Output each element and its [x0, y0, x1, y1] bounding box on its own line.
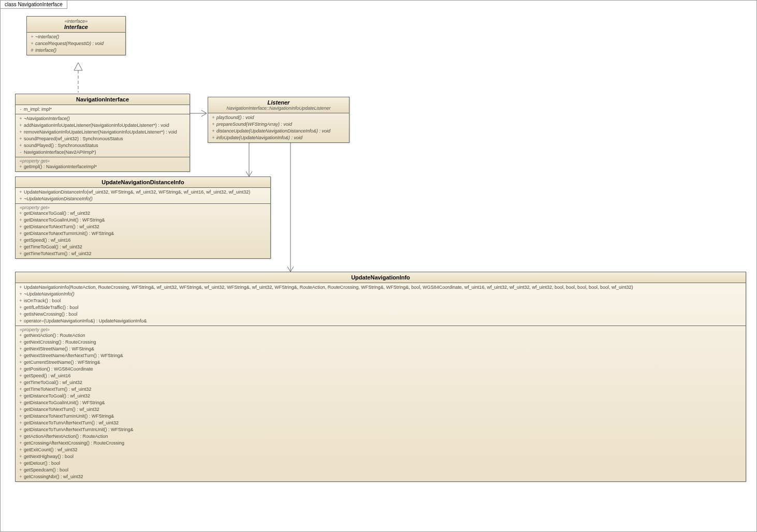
class-header: NavigationInterface [16, 94, 190, 105]
member-row: +~Interface() [29, 34, 123, 40]
member-row: +getTimeToGoal() : wf_uint32 [18, 379, 744, 386]
member-row: +cancelRequest(RequestID) : void [29, 40, 123, 47]
member-row: +~NavigationInterface() [18, 115, 187, 122]
member-row: +getDistanceToGoal() : wf_uint32 [18, 393, 744, 400]
member-row: +getDistanceToNextTurnInUnit() : WFStrin… [18, 413, 744, 420]
diagram-canvas: class NavigationInterface «interface» In… [0, 0, 757, 532]
member-row: +getCrossingNbr() : wf_uint32 [18, 474, 744, 480]
member-row: +getDistanceToNextTurnInUnit() : WFStrin… [18, 230, 268, 237]
member-row: +distanceUpdate(UpdateNavigationDistance… [210, 128, 347, 135]
member-row: -m_impl: impl* [18, 106, 187, 113]
class-updatenavigationinfo[interactable]: UpdateNavigationInfo +UpdateNavigationIn… [15, 272, 746, 482]
member-row: +getTimeToNextTurn() : wf_uint32 [18, 250, 268, 257]
member-row: +getDistanceToTurnAfterNextTurnInUnit() … [18, 426, 744, 433]
member-row: #Interface() [29, 47, 123, 54]
member-row: +removeNavigationInfoUpateListener(Navig… [18, 129, 187, 136]
member-row: +getCrossingAfterNextCrossing() : RouteC… [18, 440, 744, 447]
class-updatenavigationdistanceinfo[interactable]: UpdateNavigationDistanceInfo +UpdateNavi… [15, 176, 271, 259]
class-header: UpdateNavigationDistanceInfo [16, 177, 270, 188]
member-row: +~UpdateNavigationDistanceInfo() [18, 196, 268, 202]
member-row: +getSpeedcam() : bool [18, 467, 744, 474]
member-row: +getDistanceToNextTurn() : wf_uint32 [18, 224, 268, 230]
member-row: +infoUpdate(UpdateNavigationInfo&) : voi… [210, 135, 347, 141]
class-header: Listener NavigationInterface::Navigation… [208, 97, 349, 113]
member-row: +getDetour() : bool [18, 460, 744, 467]
member-row: +getPosition() : WGS84Coordinate [18, 366, 744, 373]
class-listener[interactable]: Listener NavigationInterface::Navigation… [208, 97, 350, 143]
member-row: +getDistanceToGoalInUnit() : WFString& [18, 400, 744, 406]
member-row: +getDistanceToTurnAfterNextTurn() : wf_u… [18, 420, 744, 426]
member-row: +getSpeed() : wf_uint16 [18, 237, 268, 244]
member-row: +getImpl() : NavigationInterfaceImpl* [18, 164, 187, 170]
member-row: +soundPlayed() : SynchronousStatus [18, 142, 187, 149]
member-row: +addNavigationInfoUpateListener(Navigati… [18, 122, 187, 129]
member-row: +getIfLeftSideTraffic() : bool [18, 304, 744, 311]
member-row: +getNextStreetNameAfterNextTurn() : WFSt… [18, 352, 744, 359]
member-row: +getNextCrossing() : RouteCrossing [18, 339, 744, 346]
member-row: +getNextAction() : RouteAction [18, 332, 744, 339]
member-row: +UpdateNavigationDistanceInfo(wf_uint32,… [18, 189, 268, 196]
member-row: +getDistanceToNextTurn() : wf_uint32 [18, 406, 744, 413]
member-row: +UpdateNavigationInfo(RouteAction, Route… [18, 284, 744, 291]
class-header: UpdateNavigationInfo [16, 272, 746, 283]
member-row: +getNextHighway() : bool [18, 453, 744, 460]
member-row: +getNextStreetName() : WFString& [18, 346, 744, 352]
class-navigationinterface[interactable]: NavigationInterface -m_impl: impl* +~Nav… [15, 94, 190, 172]
member-row: +getIsNewCrossing() : bool [18, 311, 744, 318]
member-row: +prepareSound(WFStringArray) : void [210, 121, 347, 128]
diagram-title-tab: class NavigationInterface [0, 0, 67, 9]
member-row: +getExitCount() : wf_uint32 [18, 447, 744, 453]
member-row: +getSpeed() : wf_uint16 [18, 373, 744, 379]
class-interface[interactable]: «interface» Interface +~Interface()+canc… [26, 16, 126, 55]
member-row: +getDistanceToGoalInUnit() : WFString& [18, 217, 268, 224]
member-row: +soundPrepared(wf_uint32) : SynchronousS… [18, 136, 187, 142]
member-row: +getDistanceToGoal() : wf_uint32 [18, 210, 268, 217]
svg-marker-1 [74, 63, 82, 70]
class-header: «interface» Interface [27, 17, 125, 33]
member-row: +getTimeToNextTurn() : wf_uint32 [18, 386, 744, 393]
member-row: +playSound() : void [210, 114, 347, 121]
member-row: +isOnTrack() : bool [18, 298, 744, 304]
member-row: +~UpdateNavigationInfo() [18, 291, 744, 298]
member-row: +getActionAfterNextAction() : RouteActio… [18, 433, 744, 440]
member-row: +getCurrentStreetName() : WFString& [18, 359, 744, 366]
member-row: +getTimeToGoal() : wf_uint32 [18, 244, 268, 250]
member-row: -NavigationInterface(Nav2APIImpl*) [18, 149, 187, 156]
member-row: +operator=(UpdateNavigationInfo&) : Upda… [18, 318, 744, 324]
